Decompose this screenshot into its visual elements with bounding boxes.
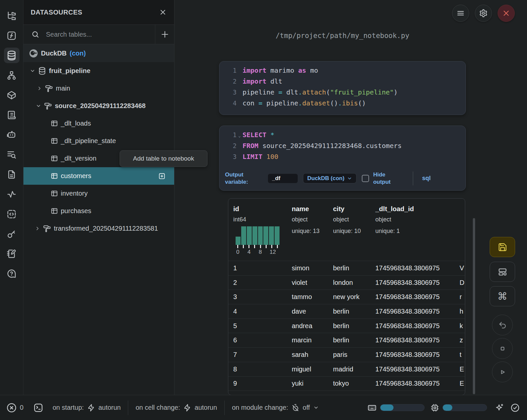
line-number: 2 xyxy=(219,78,237,85)
layout-toggle-button[interactable] xyxy=(490,262,515,282)
command-palette-button[interactable]: ⌘ xyxy=(490,286,515,306)
table-row[interactable]: 3tammonew york1745968348.3806975r xyxy=(228,289,465,304)
activity-icon[interactable] xyxy=(4,186,19,202)
duckdb-logo-icon xyxy=(29,49,38,58)
python-cell[interactable]: 1import marimo as mo 2import dlt 3pipeli… xyxy=(219,61,466,115)
line-number: 4 xyxy=(219,99,237,107)
save-button[interactable] xyxy=(490,237,515,257)
stop-button[interactable] xyxy=(492,338,513,359)
documentation-icon[interactable] xyxy=(4,167,19,182)
snippets-code-icon[interactable] xyxy=(4,206,19,222)
column-header-city[interactable]: city object unique: 10 xyxy=(333,199,375,261)
settings-button[interactable] xyxy=(475,5,492,22)
table-row[interactable]: 9yukitokyo1745968348.3806975E xyxy=(228,376,465,391)
logs-scroll-icon[interactable] xyxy=(4,107,19,123)
ai-sparkles-icon[interactable] xyxy=(495,403,504,412)
divider xyxy=(224,401,225,415)
tree-item-schema-main[interactable]: main xyxy=(23,80,174,97)
tree-item-label: main xyxy=(56,85,70,92)
tree-item-table-dlt-loads[interactable]: _dlt_loads xyxy=(23,115,174,132)
datasources-header: DATASOURCES xyxy=(23,0,174,25)
notebook-path: /tmp/project/path/my_notebook.py xyxy=(219,32,466,40)
circle-x-icon xyxy=(7,403,17,413)
sql-language-badge[interactable]: sql xyxy=(422,175,431,182)
engine-row[interactable]: DuckDB (con) xyxy=(23,44,174,62)
menu-button[interactable] xyxy=(452,5,469,22)
schema-icon xyxy=(44,102,52,110)
notebook-area: /tmp/project/path/my_notebook.py 1import… xyxy=(174,0,527,395)
line-number: 1 xyxy=(219,131,237,138)
engine-connection: (con) xyxy=(70,50,86,57)
run-button[interactable] xyxy=(492,362,513,382)
undo-button[interactable] xyxy=(492,315,513,335)
chevron-right-icon[interactable] xyxy=(35,226,40,231)
notebook-scrollbar[interactable] xyxy=(473,218,475,394)
chevron-down-icon xyxy=(313,405,319,410)
histogram-ticks xyxy=(236,245,280,248)
code-line: con = pipeline.dataset().ibis() xyxy=(243,99,366,107)
on-cell-change-label: on cell change: xyxy=(135,404,180,411)
tree-item-label: purchases xyxy=(61,207,91,215)
table-row[interactable]: 7sarahparis1745968348.3806975t xyxy=(228,347,465,362)
help-icon[interactable] xyxy=(4,266,19,281)
table-icon xyxy=(51,207,58,215)
table-row[interactable]: 8miguelmadrid1745968348.3806975E xyxy=(228,362,465,376)
chevron-down-icon[interactable] xyxy=(30,68,35,74)
column-header-name[interactable]: name object unique: 13 xyxy=(292,199,333,261)
search-box[interactable] xyxy=(23,25,155,44)
memory-usage xyxy=(367,403,425,412)
function-square-icon[interactable] xyxy=(4,28,19,43)
line-number: 3 xyxy=(219,153,237,160)
tree-item-table-customers[interactable]: customers xyxy=(23,167,174,185)
packages-icon[interactable] xyxy=(4,87,19,103)
table-row[interactable]: 5andreaberlin1745968348.3806975k xyxy=(228,319,465,333)
scratchpad-icon[interactable] xyxy=(4,246,19,261)
list-search-icon[interactable] xyxy=(4,147,19,162)
keyboard-icon xyxy=(367,403,377,412)
chat-bot-icon[interactable] xyxy=(4,127,19,142)
on-startup-setting[interactable]: on startup: autorun xyxy=(53,404,121,412)
table-row[interactable]: 6marcinberlin1745968348.3806975z xyxy=(228,333,465,347)
hide-output-checkbox[interactable] xyxy=(362,175,369,182)
sql-cell[interactable]: 1⌄SELECT * 2FROM source_2025042911122834… xyxy=(219,126,466,191)
on-cell-change-setting[interactable]: on cell change: autorun xyxy=(135,404,217,412)
tooltip-add-table: Add table to notebook xyxy=(120,150,207,167)
chevron-right-icon[interactable] xyxy=(37,86,42,91)
engine-name: DuckDB xyxy=(41,50,67,57)
database-icon xyxy=(38,67,46,75)
connection-status-check-icon[interactable] xyxy=(510,403,520,412)
hide-output-label: Hide output xyxy=(373,171,401,186)
search-input[interactable] xyxy=(46,31,132,38)
add-table-to-notebook-icon[interactable] xyxy=(158,172,166,180)
close-panel-icon[interactable] xyxy=(159,8,167,16)
terminal-button[interactable] xyxy=(33,403,43,413)
tree-item-table-purchases[interactable]: purchases xyxy=(23,202,174,220)
table-row[interactable]: 2violetlondon1745968348.3806975D xyxy=(228,275,465,290)
tree-item-table-inventory[interactable]: inventory xyxy=(23,185,174,202)
tree-item-table-dlt-pipeline-state[interactable]: _dlt_pipeline_state xyxy=(23,132,174,150)
file-tree-icon[interactable] xyxy=(4,8,19,23)
code-line: LIMIT 100 xyxy=(243,153,278,161)
datasources-rail-button[interactable] xyxy=(4,48,19,63)
tree-item-database[interactable]: fruit_pipeline xyxy=(23,62,174,80)
shutdown-button[interactable] xyxy=(498,5,515,22)
column-header-dlt-load-id[interactable]: _dlt_load_id object unique: 1 xyxy=(375,199,460,261)
chevron-down-icon[interactable] xyxy=(36,103,41,109)
panel-title: DATASOURCES xyxy=(31,9,82,16)
fold-chevron-icon[interactable]: ⌄ xyxy=(237,133,243,138)
id-histogram[interactable] xyxy=(236,226,280,245)
add-datasource-button[interactable] xyxy=(155,25,174,44)
on-module-change-setting[interactable]: on module change: off xyxy=(232,404,319,412)
table-row[interactable]: 1simonberlin1745968348.3806975V xyxy=(228,261,465,275)
column-header-id[interactable]: id int64 0 4 8 12 xyxy=(233,199,292,261)
tree-item-schema-source[interactable]: source_202504291112283468 xyxy=(23,97,174,115)
table-row[interactable]: 4daveberlin1745968348.3806975h xyxy=(228,304,465,319)
error-indicator[interactable]: 0 xyxy=(7,403,23,413)
secrets-key-icon[interactable] xyxy=(4,226,19,242)
tree-item-schema-transformed[interactable]: transformed_202504291112283581 xyxy=(23,220,174,237)
column-header-clipped[interactable] xyxy=(460,199,465,261)
engine-select-dropdown[interactable]: DuckDB (con) xyxy=(303,173,357,183)
output-variable-input[interactable] xyxy=(268,174,298,183)
sql-cell-footer: Output variable: DuckDB (con) Hide outpu… xyxy=(219,171,466,190)
dependency-graph-icon[interactable] xyxy=(4,67,19,83)
